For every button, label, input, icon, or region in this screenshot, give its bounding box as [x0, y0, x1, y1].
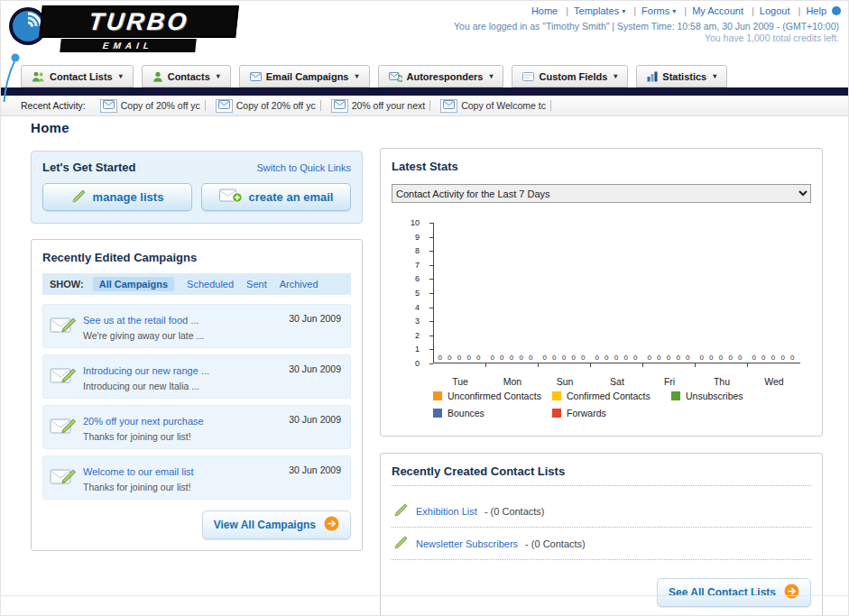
x-tick-label: Sun	[539, 376, 591, 387]
nav-tab[interactable]: Custom Fields ▾	[512, 65, 628, 87]
chart-value-labels: 0 0 0 0 0	[643, 354, 696, 362]
campaign-item[interactable]: Welcome to our email list Thanks for joi…	[42, 455, 351, 500]
right-column: Latest Stats Contact Activity for the La…	[380, 148, 823, 616]
top-nav-link[interactable]: My Account	[692, 5, 760, 16]
top-nav-link[interactable]: Forms▾	[641, 5, 692, 16]
y-tick-label: 8	[401, 246, 426, 255]
chart-group: 0 0 0 0 0	[434, 223, 486, 363]
legend-swatch	[552, 391, 561, 400]
nav-divider-bar	[1, 87, 848, 96]
contact-list-item[interactable]: Newsletter Subscribers - (0 Contacts)	[392, 528, 811, 560]
legend-item: Confirmed Contacts	[552, 391, 671, 401]
nav-tab-icon	[250, 72, 262, 81]
nav-tab[interactable]: Email Campaigns ▾	[239, 65, 370, 87]
legend-item: Forwards	[552, 408, 671, 418]
recent-campaigns-panel: Recently Edited Campaigns SHOW: All Camp…	[31, 239, 363, 551]
x-tick-label: Thu	[696, 376, 748, 387]
y-tick-label: 0	[401, 359, 426, 368]
nav-tab[interactable]: Contacts ▾	[142, 65, 231, 87]
nav-tab-label: Email Campaigns	[266, 71, 349, 82]
legend-item: Bounces	[433, 408, 552, 418]
y-tick-mark	[429, 363, 433, 364]
recent-activity-item[interactable]: Copy of 20% off yc	[216, 99, 321, 113]
campaign-link[interactable]: Introducing our new range ...	[83, 365, 209, 376]
campaign-item[interactable]: Introducing our new range ... Introducin…	[42, 354, 351, 399]
envelope-icon	[331, 99, 348, 113]
nav-tab-label: Contacts	[168, 71, 210, 82]
legend-swatch	[433, 391, 442, 400]
nav-tab[interactable]: Contact Lists ▾	[21, 65, 134, 87]
campaign-link[interactable]: Welcome to our email list	[83, 466, 194, 477]
see-all-contact-lists-button[interactable]: See All Contact Lists	[657, 578, 811, 607]
campaign-item[interactable]: 20% off your next purchase Thanks for jo…	[42, 405, 351, 449]
logo-subtitle: EMAIL	[60, 39, 197, 52]
y-tick-mark	[429, 251, 433, 252]
legend-label: Confirmed Contacts	[567, 391, 651, 401]
nav-tab-icon	[522, 71, 534, 82]
nav-tab-label: Contact Lists	[50, 71, 113, 82]
top-nav-link[interactable]: Help	[806, 5, 826, 16]
nav-tab-label: Custom Fields	[539, 71, 607, 82]
nav-tab-label: Autoresponders	[407, 71, 484, 82]
stats-chart: 012345678910 0 0 0 0 00 0 0 0 00 0 0 0 0…	[392, 217, 811, 389]
show-label: SHOW:	[50, 279, 84, 290]
campaign-link[interactable]: See us at the retail food ...	[83, 315, 198, 326]
panel-title: Recently Created Contact Lists	[392, 464, 811, 486]
chart-value-labels: 0 0 0 0 0	[591, 354, 643, 362]
nav-tab[interactable]: Autoresponders ▾	[378, 65, 504, 87]
help-dot-icon	[832, 6, 841, 15]
campaign-item[interactable]: See us at the retail food ... We're givi…	[42, 304, 351, 348]
chart-x-axis	[433, 363, 800, 363]
legend-swatch	[433, 409, 442, 418]
stats-period-select[interactable]: Contact Activity for the Last 7 Days	[392, 184, 811, 203]
recent-activity-item[interactable]: 20% off your next	[331, 99, 431, 113]
chart-value-labels: 0 0 0 0 0	[539, 354, 591, 362]
y-tick-label: 6	[401, 274, 426, 283]
arrow-circle-icon	[324, 516, 339, 534]
y-tick-label: 10	[401, 218, 426, 227]
contact-list-link[interactable]: Newsletter Subscribers	[416, 538, 518, 549]
view-all-campaigns-button[interactable]: View All Campaigns	[202, 510, 351, 539]
switch-quick-links-link[interactable]: Switch to Quick Links	[256, 162, 351, 173]
campaign-tab[interactable]: All Campaigns	[93, 277, 174, 291]
x-tick-label: Fri	[643, 376, 696, 387]
latest-stats-panel: Latest Stats Contact Activity for the La…	[380, 148, 823, 437]
campaign-subtitle: Thanks for joining our list!	[83, 431, 343, 442]
nav-tab-icon	[32, 71, 45, 82]
top-nav-link[interactable]: Home	[531, 5, 574, 16]
recent-activity-item[interactable]: Copy of Welcome tc	[440, 99, 551, 113]
contact-list-link[interactable]: Exhibition List	[416, 506, 477, 517]
y-tick-mark	[429, 321, 433, 322]
campaign-subtitle: Introducing our new Italia ...	[83, 381, 343, 391]
top-nav-link[interactable]: Logout	[760, 5, 807, 16]
contact-list-item[interactable]: Exhibition List - (0 Contacts)	[392, 495, 811, 528]
y-tick-label: 2	[401, 331, 426, 340]
y-tick-label: 9	[401, 233, 426, 242]
nav-tab[interactable]: Statistics ▾	[636, 65, 727, 87]
chart-day-labels: TueMonSunSatFriThuWed	[434, 376, 800, 387]
campaign-link[interactable]: 20% off your next purchase	[83, 416, 204, 427]
manage-lists-button[interactable]: manage lists	[42, 183, 192, 211]
pencil-icon	[393, 535, 409, 552]
chart-value-labels: 0 0 0 0 0	[434, 354, 486, 362]
top-nav-link[interactable]: Templates▾	[574, 5, 641, 16]
x-tick-label: Mon	[486, 376, 539, 387]
get-started-panel: Let's Get Started Switch to Quick Links …	[31, 151, 363, 224]
chart-group: 0 0 0 0 0	[591, 223, 643, 363]
recent-activity-item[interactable]: Copy of 20% off yc	[100, 99, 206, 113]
y-tick-mark	[429, 237, 433, 238]
y-tick-mark	[429, 265, 433, 266]
create-email-button[interactable]: create an email	[201, 183, 351, 211]
campaign-tab[interactable]: Scheduled	[187, 279, 234, 290]
envelope-icon	[216, 99, 233, 113]
chart-group: 0 0 0 0 0	[748, 223, 800, 363]
chart-group: 0 0 0 0 0	[696, 223, 748, 363]
campaign-envelope-pencil-icon	[50, 312, 78, 339]
logo-tail-icon	[3, 53, 23, 107]
nav-tab-icon	[647, 71, 658, 82]
chevron-down-icon: ▾	[614, 72, 617, 80]
legend-swatch	[552, 409, 561, 418]
campaign-tab[interactable]: Sent	[246, 279, 267, 290]
campaign-tab[interactable]: Archived	[280, 279, 318, 290]
y-tick-mark	[429, 223, 433, 224]
